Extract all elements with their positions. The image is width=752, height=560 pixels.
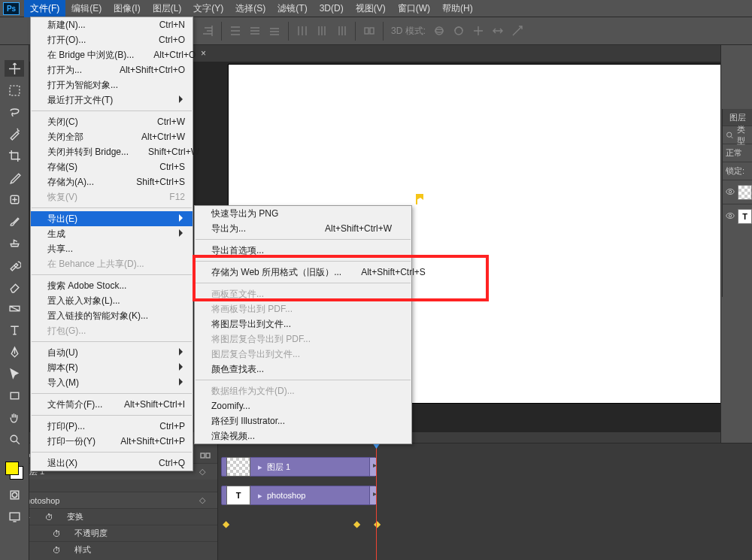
layer-visibility-icon[interactable] (726, 211, 735, 222)
menu-item[interactable]: 快速导出为 PNG (195, 206, 411, 221)
menu-item[interactable]: 打开为智能对象... (31, 77, 193, 92)
menu-file[interactable]: 文件(F) (24, 0, 65, 17)
menu-window[interactable]: 窗口(W) (392, 0, 436, 17)
slide-3d-icon[interactable] (492, 25, 504, 37)
prop-stopwatch-icon[interactable]: ⏱ (45, 513, 53, 522)
menu-select[interactable]: 选择(S) (229, 0, 271, 17)
eraser-tool-icon[interactable] (5, 278, 24, 295)
menu-item[interactable]: 打印(P)...Ctrl+P (31, 419, 193, 434)
eyedropper-tool-icon[interactable] (5, 169, 24, 186)
distribute-left-icon[interactable] (296, 25, 308, 37)
roll-3d-icon[interactable] (453, 25, 465, 37)
menu-item[interactable]: 打开(O)...Ctrl+O (31, 32, 193, 47)
menu-item[interactable]: 在 Bridge 中浏览(B)...Alt+Ctrl+O (31, 47, 193, 62)
keyframe-marker-icon[interactable]: ◆ (223, 519, 229, 529)
menu-item[interactable]: 导出(E) (31, 211, 193, 226)
layer-thumbnail[interactable] (738, 185, 752, 200)
chevron-right-icon[interactable]: ▸ (258, 491, 262, 501)
menu-item[interactable]: 颜色查找表... (195, 362, 411, 377)
magic-wand-tool-icon[interactable] (5, 126, 24, 142)
menu-item[interactable]: 打印一份(Y)Alt+Shift+Ctrl+P (31, 434, 193, 449)
distribute-bottom-icon[interactable] (268, 25, 280, 37)
menu-image[interactable]: 图像(I) (108, 0, 146, 17)
prop-stopwatch-icon[interactable]: ⏱ (53, 546, 61, 555)
layer-row[interactable]: T (723, 204, 752, 228)
zoom-tool-icon[interactable] (5, 431, 24, 447)
color-swatches[interactable] (4, 460, 25, 481)
timeline-clip[interactable]: T ▸ photoshop ▸ (221, 486, 376, 505)
quick-mask-icon[interactable] (5, 486, 24, 503)
lock-row[interactable]: 锁定: (723, 162, 752, 180)
crop-tool-icon[interactable] (5, 147, 24, 164)
menu-item[interactable]: 脚本(R) (31, 360, 193, 375)
menu-item[interactable]: 共享... (31, 241, 193, 256)
menu-item[interactable]: 导出首选项... (195, 243, 411, 258)
distribute-top-icon[interactable] (229, 25, 241, 37)
timeline-prop-row[interactable]: ⏱ 不透明度 (0, 525, 217, 541)
menu-item[interactable]: 导入(M) (31, 375, 193, 390)
timeline-playhead[interactable] (376, 443, 377, 560)
distribute-vertical-icon[interactable] (249, 25, 261, 37)
clone-stamp-tool-icon[interactable] (5, 235, 24, 251)
chevron-right-icon[interactable]: ▸ (258, 462, 262, 472)
menu-filter[interactable]: 滤镜(T) (271, 0, 313, 17)
foreground-swatch[interactable] (5, 462, 19, 475)
menu-item[interactable]: 新建(N)...Ctrl+N (31, 17, 193, 32)
keyframe-marker-icon[interactable]: ◆ (353, 519, 360, 529)
screen-mode-icon[interactable] (5, 508, 24, 525)
menu-item[interactable]: 文件简介(F)...Alt+Shift+Ctrl+I (31, 397, 193, 412)
history-brush-tool-icon[interactable] (5, 256, 24, 273)
align-right-edges-icon[interactable] (202, 25, 214, 37)
pan-3d-icon[interactable] (472, 25, 484, 37)
gradient-tool-icon[interactable] (5, 300, 24, 316)
menu-item[interactable]: 退出(X)Ctrl+Q (31, 456, 193, 471)
keyframe-marker-icon[interactable]: ◆ (374, 519, 381, 529)
menu-item[interactable]: 打开为...Alt+Shift+Ctrl+O (31, 62, 193, 77)
menu-type[interactable]: 文字(Y) (187, 0, 229, 17)
close-tab-icon[interactable]: × (201, 48, 206, 59)
timeline-transitions-icon[interactable] (199, 450, 211, 462)
layer-filter-row[interactable]: 类型 (723, 126, 752, 144)
layer-thumbnail[interactable]: T (738, 209, 752, 224)
menu-item[interactable]: 最近打开文件(T) (31, 92, 193, 107)
pen-tool-icon[interactable] (5, 344, 24, 360)
timeline-clip[interactable]: ▸ 图层 1 ▸ (221, 457, 376, 477)
healing-brush-tool-icon[interactable] (5, 191, 24, 207)
menu-item[interactable]: 存储为(A)...Shift+Ctrl+S (31, 174, 193, 189)
zoom-3d-icon[interactable] (511, 25, 523, 37)
auto-align-icon[interactable] (363, 25, 375, 37)
layer-visibility-icon[interactable] (726, 187, 735, 198)
menu-item[interactable]: 将图层导出到文件... (195, 316, 411, 331)
menu-3d[interactable]: 3D(D) (314, 1, 350, 16)
menu-item[interactable]: 存储为 Web 所用格式（旧版）...Alt+Shift+Ctrl+S (195, 265, 411, 280)
timeline-track-group[interactable]: ▾ photoshop ◇ (0, 492, 217, 508)
menu-item[interactable]: 关闭全部Alt+Ctrl+W (31, 129, 193, 144)
menu-item[interactable]: 导出为...Alt+Shift+Ctrl+W (195, 221, 411, 236)
menu-item[interactable]: 关闭(C)Ctrl+W (31, 114, 193, 129)
menu-item[interactable]: 渲染视频... (195, 428, 411, 443)
menu-help[interactable]: 帮助(H) (436, 0, 479, 17)
timeline-prop-row[interactable]: ◂◇▸ ⏱ 变换 (0, 508, 217, 525)
keyframe-stepper[interactable]: ◇ (199, 467, 205, 477)
path-selection-tool-icon[interactable] (5, 365, 24, 382)
menu-item[interactable]: 生成 (31, 226, 193, 241)
menu-item[interactable]: Zoomify... (195, 398, 411, 413)
layer-row[interactable] (723, 180, 752, 204)
hand-tool-icon[interactable] (5, 409, 24, 425)
orbit-3d-icon[interactable] (433, 25, 445, 37)
menu-layer[interactable]: 图层(L) (147, 0, 188, 17)
menu-item[interactable]: 存储(S)Ctrl+S (31, 159, 193, 174)
lasso-tool-icon[interactable] (5, 104, 24, 120)
menu-item[interactable]: 置入链接的智能对象(K)... (31, 308, 193, 323)
rectangle-tool-icon[interactable] (5, 387, 24, 404)
move-tool-icon[interactable] (5, 60, 24, 77)
distribute-right-icon[interactable] (335, 25, 347, 37)
timeline-prop-row[interactable]: ⏱ 样式 (0, 541, 217, 558)
type-tool-icon[interactable] (5, 322, 24, 338)
menu-item[interactable]: 置入嵌入对象(L)... (31, 293, 193, 308)
blend-mode-select[interactable]: 正常 (723, 144, 752, 162)
menu-item[interactable]: 搜索 Adobe Stock... (31, 278, 193, 293)
brush-tool-icon[interactable] (5, 213, 24, 229)
keyframe-stepper[interactable]: ◇ (199, 495, 205, 505)
distribute-horizontal-icon[interactable] (316, 25, 328, 37)
